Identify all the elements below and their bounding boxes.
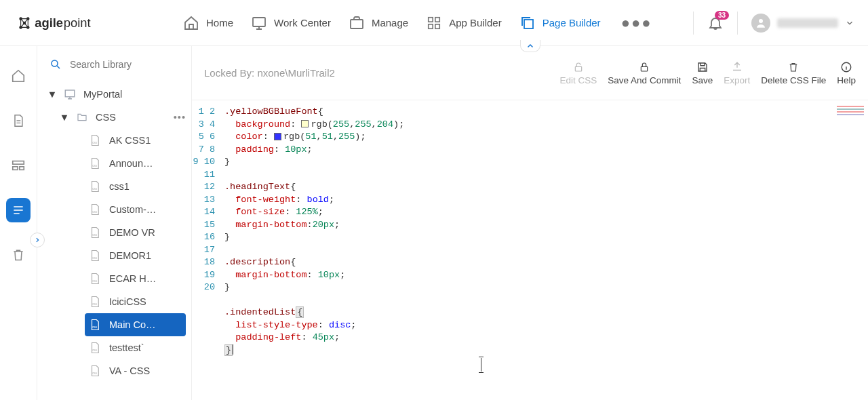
svg-text:css: css [92, 325, 98, 329]
left-rail [0, 46, 37, 400]
folder-more-icon[interactable]: ••• [174, 112, 186, 123]
library-search[interactable] [37, 58, 191, 83]
file-item[interactable]: cssAK CSS1 [85, 129, 191, 152]
svg-rect-31 [575, 66, 581, 71]
nav-home[interactable]: Home [183, 15, 233, 31]
divider [737, 12, 738, 35]
nav-page-builder[interactable]: Page Builder [519, 15, 601, 31]
action-export: Export [724, 60, 750, 85]
unlock-icon [573, 60, 584, 74]
rail-expand-button[interactable] [30, 233, 45, 247]
nav-home-label: Home [206, 17, 233, 28]
file-item[interactable]: cssMain Co… [85, 313, 186, 336]
file-item[interactable]: csstesttest` [85, 336, 191, 359]
notifications-button[interactable]: 33 [707, 15, 724, 31]
action-save[interactable]: Save [692, 60, 713, 85]
file-item[interactable]: cssVA - CSS [85, 359, 191, 382]
nav-manage[interactable]: Manage [349, 15, 408, 31]
action-help[interactable]: Help [837, 60, 856, 85]
svg-text:agile: agile [35, 16, 63, 30]
code-content[interactable]: .yellowBGBlueFont{ background: rgb(255,2… [224, 106, 860, 395]
rail-pages[interactable] [6, 108, 31, 133]
svg-rect-19 [65, 90, 75, 97]
rail-library[interactable] [6, 198, 31, 222]
file-item[interactable]: cssCustom-… [85, 198, 191, 221]
grid-icon [426, 15, 442, 31]
css-file-icon: css [89, 203, 101, 216]
file-item[interactable]: csscss1 [85, 175, 191, 198]
svg-point-14 [759, 19, 763, 23]
library-panel: ▼ MyPortal ▼ CSS ••• cssAK CSS1cssAnnoun… [37, 46, 192, 400]
svg-text:css: css [92, 141, 98, 144]
action-label: Export [724, 75, 750, 85]
nav-app-builder-label: App Builder [449, 17, 502, 28]
svg-text:css: css [92, 187, 98, 191]
file-label: Custom-… [109, 204, 156, 215]
user-name [777, 18, 838, 28]
chevron-down-icon [845, 18, 854, 28]
css-file-icon: css [89, 364, 101, 378]
copy-icon [519, 15, 536, 31]
file-item[interactable]: cssDEMOR1 [85, 244, 191, 267]
svg-rect-32 [642, 66, 648, 71]
action-save-and-commit[interactable]: Save And Commit [608, 60, 681, 85]
code-editor[interactable]: 1 2 3 4 5 6 7 8 9 10 11 12 13 14 15 16 1… [192, 100, 868, 400]
tree-root[interactable]: ▼ MyPortal [48, 83, 191, 106]
nav-manage-label: Manage [372, 17, 408, 28]
svg-point-18 [52, 60, 58, 66]
css-file-icon: css [89, 295, 101, 308]
file-label: ECAR H… [109, 273, 156, 284]
svg-rect-8 [351, 20, 363, 28]
caret-down-icon: ▼ [60, 112, 68, 123]
portal-icon [63, 88, 77, 100]
svg-rect-16 [13, 167, 18, 170]
home-icon [183, 15, 199, 31]
lock-icon [639, 60, 650, 74]
action-edit-css: Edit CSS [560, 60, 597, 85]
css-file-icon: css [89, 272, 101, 285]
rail-components[interactable] [6, 153, 31, 178]
nav-items: Home Work Center Manage App Builder Page… [183, 14, 652, 32]
tree-children: cssAK CSS1cssAnnoun…csscss1cssCustom-…cs… [60, 129, 191, 382]
user-menu[interactable] [751, 14, 854, 33]
svg-text:css: css [92, 233, 98, 237]
svg-rect-9 [429, 17, 433, 21]
svg-text:css: css [92, 302, 98, 306]
library-tree: ▼ MyPortal ▼ CSS ••• cssAK CSS1cssAnnoun… [37, 83, 191, 382]
search-icon [50, 58, 62, 71]
svg-text:css: css [92, 210, 98, 214]
action-label: Save [692, 75, 713, 85]
file-label: AK CSS1 [109, 135, 151, 146]
top-nav: agile point Home Work Center Manage [0, 0, 868, 46]
file-header: Locked By: nxone\MurliTrail2 Edit CSS Sa… [192, 46, 868, 100]
action-label: Help [837, 75, 856, 85]
svg-rect-10 [435, 17, 439, 21]
svg-text:css: css [92, 279, 98, 283]
svg-rect-13 [524, 20, 533, 28]
file-item[interactable]: cssIciciCSS [85, 290, 191, 313]
file-label: DEMOR1 [109, 250, 151, 261]
css-file-icon: css [89, 134, 101, 147]
locked-by-text: Locked By: nxone\MurliTrail2 [204, 67, 335, 79]
file-item[interactable]: cssDEMO VR [85, 221, 191, 244]
file-label: VA - CSS [109, 365, 150, 376]
rail-home[interactable] [6, 64, 31, 88]
css-file-icon: css [89, 180, 101, 193]
file-item[interactable]: cssAnnoun… [85, 152, 191, 175]
search-input[interactable] [70, 59, 172, 70]
nav-work-center[interactable]: Work Center [251, 15, 331, 31]
nav-more-icon[interactable]: ●●● [621, 14, 652, 32]
avatar-icon [751, 14, 770, 33]
tree-folder-label: CSS [96, 112, 116, 123]
file-label: testtest` [109, 342, 144, 353]
rail-trash[interactable] [6, 243, 31, 267]
file-label: Main Co… [109, 319, 156, 330]
nav-app-builder[interactable]: App Builder [426, 15, 502, 31]
css-file-icon: css [89, 157, 101, 170]
collapse-handle[interactable] [520, 40, 540, 52]
info-icon [840, 60, 852, 74]
file-item[interactable]: cssECAR H… [85, 267, 191, 290]
tree-folder-css[interactable]: ▼ CSS ••• [60, 106, 191, 129]
action-delete-css[interactable]: Delete CSS File [761, 60, 826, 85]
action-label: Delete CSS File [761, 75, 826, 85]
